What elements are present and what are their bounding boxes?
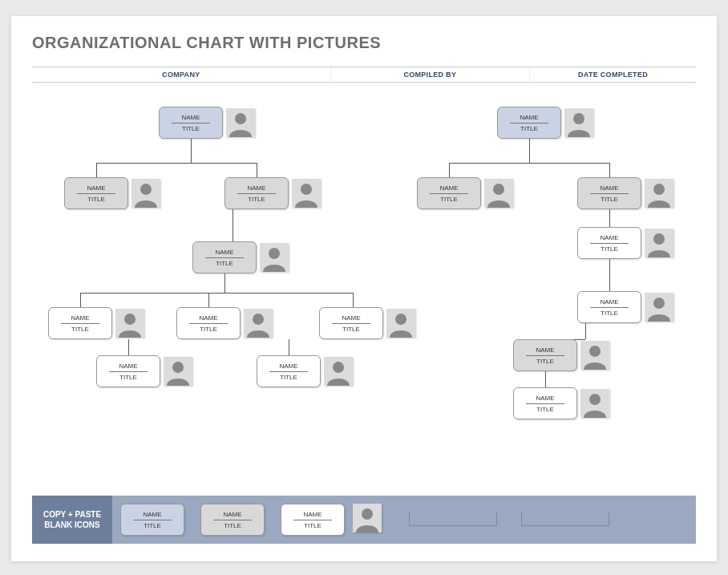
node-title: TITLE xyxy=(248,194,265,203)
node-g3[interactable]: NAME TITLE xyxy=(319,307,383,339)
footer-label-line2: BLANK ICONS xyxy=(44,520,99,530)
node-name: NAME xyxy=(71,314,89,323)
node-title: TITLE xyxy=(119,372,137,381)
avatar-icon xyxy=(580,389,609,418)
node-title: TITLE xyxy=(304,520,322,529)
connector xyxy=(80,293,353,294)
connector xyxy=(529,139,530,163)
connector xyxy=(449,163,609,164)
connector xyxy=(609,259,610,291)
node-title: TITLE xyxy=(144,520,161,529)
org-chart-canvas: NAME TITLE NAME TITLE NAME TITLE NAME TI xyxy=(32,83,696,460)
avatar-icon xyxy=(564,108,593,137)
node-name: NAME xyxy=(600,234,618,243)
avatar-icon xyxy=(580,341,609,370)
connector xyxy=(96,163,257,164)
connector xyxy=(609,163,610,177)
node-name: NAME xyxy=(536,346,554,355)
node-title: TITLE xyxy=(536,356,554,365)
connector xyxy=(224,273,225,293)
footer-label: COPY + PASTE BLANK ICONS xyxy=(32,496,112,544)
footer-empty-slot xyxy=(521,512,609,526)
avatar-icon xyxy=(324,357,353,386)
connector xyxy=(191,139,192,163)
node-a2[interactable]: NAME TITLE xyxy=(224,177,289,209)
avatar-icon xyxy=(226,108,255,137)
connector xyxy=(353,293,354,307)
node-name: NAME xyxy=(223,511,241,520)
node-g5[interactable]: NAME TITLE xyxy=(257,355,321,387)
node-name: NAME xyxy=(342,314,360,323)
connector xyxy=(585,323,586,339)
node-g4[interactable]: NAME TITLE xyxy=(96,355,160,387)
node-title: TITLE xyxy=(536,404,554,413)
avatar-icon xyxy=(645,293,673,322)
node-name: NAME xyxy=(600,298,618,307)
avatar-icon xyxy=(645,229,673,257)
node-title: TITLE xyxy=(87,194,105,203)
node-title: TITLE xyxy=(342,324,360,333)
footer-samples: NAME TITLE NAME TITLE NAME TITLE xyxy=(112,496,696,544)
node-b2c[interactable]: NAME TITLE xyxy=(513,339,577,371)
node-title: TITLE xyxy=(182,124,200,132)
avatar-icon xyxy=(260,243,289,272)
node-b2d[interactable]: NAME TITLE xyxy=(513,387,577,419)
avatar-icon xyxy=(115,309,144,338)
node-name: NAME xyxy=(143,511,161,520)
node-name: NAME xyxy=(87,184,105,193)
meta-company: COMPANY xyxy=(32,67,331,82)
node-b1[interactable]: NAME TITLE xyxy=(417,177,481,209)
avatar-icon xyxy=(292,179,321,208)
node-name: NAME xyxy=(199,314,217,323)
avatar-icon xyxy=(164,357,192,386)
node-topA[interactable]: NAME TITLE xyxy=(159,107,223,139)
node-name: NAME xyxy=(279,362,297,371)
node-name: NAME xyxy=(119,362,137,371)
connector xyxy=(289,339,289,355)
node-name: NAME xyxy=(439,184,458,193)
node-b2b[interactable]: NAME TITLE xyxy=(577,291,641,323)
node-name: NAME xyxy=(181,114,200,123)
footer-empty-slot xyxy=(409,512,497,526)
connector xyxy=(233,209,233,241)
connector xyxy=(545,371,546,387)
meta-date-completed: DATE COMPLETED xyxy=(530,67,696,82)
node-g2[interactable]: NAME TITLE xyxy=(176,307,241,339)
node-name: NAME xyxy=(247,184,265,193)
node-title: TITLE xyxy=(601,194,618,203)
connector xyxy=(128,339,129,355)
sample-card-white[interactable]: NAME TITLE xyxy=(281,504,345,536)
node-title: TITLE xyxy=(440,194,458,203)
avatar-icon xyxy=(484,179,513,208)
page: ORGANIZATIONAL CHART WITH PICTURES COMPA… xyxy=(11,16,717,561)
connector xyxy=(449,163,450,177)
node-title: TITLE xyxy=(280,372,297,381)
footer-strip: COPY + PASTE BLANK ICONS NAME TITLE NAME… xyxy=(32,496,696,544)
node-topB[interactable]: NAME TITLE xyxy=(497,107,561,139)
page-title: ORGANIZATIONAL CHART WITH PICTURES xyxy=(32,34,696,52)
avatar-icon xyxy=(244,309,273,338)
node-a2c[interactable]: NAME TITLE xyxy=(192,241,257,273)
node-title: TITLE xyxy=(224,520,241,529)
node-title: TITLE xyxy=(200,324,217,333)
sample-card-blue[interactable]: NAME TITLE xyxy=(120,504,184,536)
node-b2a[interactable]: NAME TITLE xyxy=(577,227,641,259)
sample-avatar-icon[interactable] xyxy=(353,504,382,532)
node-title: TITLE xyxy=(520,124,538,132)
node-a1[interactable]: NAME TITLE xyxy=(64,177,128,209)
connector xyxy=(208,293,209,307)
node-title: TITLE xyxy=(601,244,618,253)
meta-compiled-by: COMPILED BY xyxy=(331,67,530,82)
connector xyxy=(609,209,610,227)
node-b2[interactable]: NAME TITLE xyxy=(577,177,641,209)
avatar-icon xyxy=(131,179,160,208)
connector xyxy=(96,163,97,177)
avatar-icon xyxy=(386,309,415,338)
node-title: TITLE xyxy=(601,308,618,317)
footer-label-line1: COPY + PASTE xyxy=(43,509,101,520)
connector xyxy=(257,163,257,177)
avatar-icon xyxy=(645,179,673,208)
connector xyxy=(80,293,81,307)
sample-card-grey[interactable]: NAME TITLE xyxy=(200,504,265,536)
node-g1[interactable]: NAME TITLE xyxy=(48,307,112,339)
